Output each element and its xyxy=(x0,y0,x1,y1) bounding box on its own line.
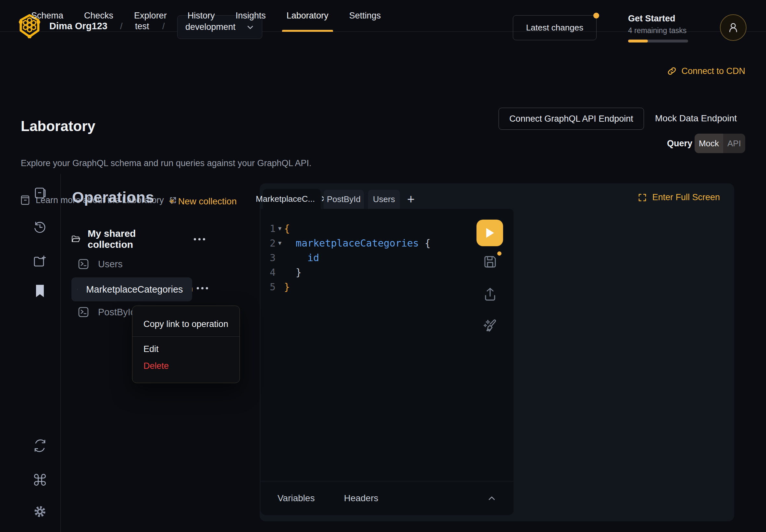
code-line: 3 id xyxy=(261,250,514,265)
folder-open-icon xyxy=(71,234,80,245)
operation-label: PostById xyxy=(98,307,136,318)
tab-explorer[interactable]: Explorer xyxy=(134,0,167,31)
code-token: { xyxy=(284,221,290,236)
collection-header[interactable]: My shared collection xyxy=(71,230,205,248)
editor-tab-marketplacecategories[interactable]: MarketplaceC... ✕ xyxy=(263,189,321,209)
fold-caret-spacer xyxy=(275,250,284,265)
query-editor[interactable]: 1 ▼ { 2 ▼ marketplaceCategories { 3 id 4… xyxy=(261,209,514,515)
editor-tab-label: MarketplaceC... xyxy=(256,194,315,204)
fold-caret-icon[interactable]: ▼ xyxy=(275,221,284,236)
io-bar: Variables Headers xyxy=(261,481,514,515)
line-number: 5 xyxy=(261,280,275,294)
tab-schema[interactable]: Schema xyxy=(31,0,63,31)
operation-icon xyxy=(77,306,90,318)
run-query-button[interactable] xyxy=(477,220,503,246)
prettify-icon[interactable] xyxy=(482,317,498,333)
editor-tab-label: PostById xyxy=(327,194,360,204)
notification-dot xyxy=(593,13,599,18)
operation-icon xyxy=(77,258,90,270)
refresh-icon[interactable] xyxy=(33,439,47,453)
collection-name: My shared collection xyxy=(88,228,159,250)
tab-insights[interactable]: Insights xyxy=(236,0,266,31)
fold-caret-spacer xyxy=(275,265,284,280)
menu-delete[interactable]: Delete xyxy=(132,357,239,374)
enter-fullscreen-button[interactable]: Enter Full Screen xyxy=(638,192,720,202)
code-line: 1 ▼ { xyxy=(261,221,514,236)
expand-icon xyxy=(638,193,647,202)
breadcrumb-separator: / xyxy=(120,21,123,31)
plus-icon: + xyxy=(169,195,175,207)
operation-label: MarketplaceCategories xyxy=(86,284,183,295)
user-avatar[interactable] xyxy=(720,14,747,41)
connect-endpoint-button[interactable]: Connect GraphQL API Endpoint xyxy=(499,108,644,130)
code-line: 5 } xyxy=(261,280,514,294)
collection-menu-button[interactable] xyxy=(194,238,205,240)
get-started-title: Get Started xyxy=(628,14,690,24)
new-collection-button[interactable]: + New collection xyxy=(169,195,237,207)
code-token: { xyxy=(419,236,431,250)
query-mode-toggle[interactable]: Mock API xyxy=(695,134,745,153)
get-started-progressbar xyxy=(628,40,688,42)
menu-divider xyxy=(132,336,239,337)
operation-icon xyxy=(77,283,78,296)
tab-laboratory[interactable]: Laboratory xyxy=(286,0,328,31)
connect-to-cdn-link[interactable]: Connect to CDN xyxy=(667,55,745,87)
operation-menu-button[interactable] xyxy=(197,287,208,289)
command-palette-icon[interactable] xyxy=(33,473,47,487)
play-icon xyxy=(484,227,495,239)
query-mode-mock[interactable]: Mock xyxy=(695,134,723,153)
variables-tab[interactable]: Variables xyxy=(277,493,315,503)
headers-tab[interactable]: Headers xyxy=(344,493,378,503)
query-mode-api[interactable]: API xyxy=(723,134,745,153)
share-operation-icon[interactable] xyxy=(482,286,498,302)
settings-gear-icon[interactable] xyxy=(33,505,47,518)
line-number: 4 xyxy=(261,265,275,280)
enter-fullscreen-label: Enter Full Screen xyxy=(652,192,720,202)
tab-checks[interactable]: Checks xyxy=(84,0,113,31)
mock-data-endpoint-label[interactable]: Mock Data Endpoint xyxy=(655,108,737,129)
sidebar-divider xyxy=(60,174,61,532)
query-label: Query xyxy=(667,134,692,153)
connect-to-cdn-label: Connect to CDN xyxy=(681,66,745,76)
new-collection-icon[interactable] xyxy=(33,254,47,268)
code-token: marketplaceCategories xyxy=(284,236,419,250)
tab-history[interactable]: History xyxy=(188,0,215,31)
new-tab-button[interactable]: + xyxy=(404,190,418,209)
editor-tab-users[interactable]: Users xyxy=(368,190,400,209)
code-token: } xyxy=(284,280,290,294)
page-title: Laboratory xyxy=(21,118,95,134)
code-area[interactable]: 1 ▼ { 2 ▼ marketplaceCategories { 3 id 4… xyxy=(261,209,514,481)
collapse-chevron-icon[interactable] xyxy=(487,493,497,503)
fold-caret-icon[interactable]: ▼ xyxy=(275,236,284,250)
operation-item-postbyid[interactable]: PostById xyxy=(77,304,136,320)
get-started-remaining: 4 remaining tasks xyxy=(628,26,690,35)
get-started-progress-fill xyxy=(628,40,648,42)
menu-edit[interactable]: Edit xyxy=(132,341,239,357)
menu-copy-link[interactable]: Copy link to operation xyxy=(132,316,239,333)
person-icon xyxy=(727,21,740,34)
get-started-widget[interactable]: Get Started 4 remaining tasks xyxy=(628,14,690,42)
link-icon xyxy=(667,66,677,76)
fold-caret-spacer xyxy=(275,280,284,294)
line-number: 1 xyxy=(261,221,275,236)
editor-tab-label: Users xyxy=(373,194,395,204)
operation-item-marketplacecategories[interactable]: MarketplaceCategories xyxy=(71,277,192,301)
collections-icon[interactable] xyxy=(33,186,47,200)
history-icon[interactable] xyxy=(33,220,47,234)
save-operation-icon[interactable] xyxy=(482,254,498,270)
new-collection-label: New collection xyxy=(178,196,237,207)
unsaved-dot xyxy=(497,251,502,256)
line-number: 3 xyxy=(261,250,275,265)
bookmark-icon[interactable] xyxy=(33,284,47,297)
laboratory-editor-panel: MarketplaceC... ✕ PostById Users + Enter… xyxy=(260,183,734,521)
code-line: 4 } xyxy=(261,265,514,280)
tab-settings[interactable]: Settings xyxy=(349,0,381,31)
operation-label: Users xyxy=(98,259,123,270)
latest-changes-button[interactable]: Latest changes xyxy=(513,15,597,40)
operation-item-users[interactable]: Users xyxy=(77,256,123,272)
page-description: Explore your GraphQL schema and run quer… xyxy=(21,158,311,168)
book-icon xyxy=(21,195,30,206)
code-token: id xyxy=(284,250,319,265)
operations-heading: Operations xyxy=(72,188,154,206)
editor-tab-postbyid[interactable]: PostById xyxy=(323,190,364,209)
